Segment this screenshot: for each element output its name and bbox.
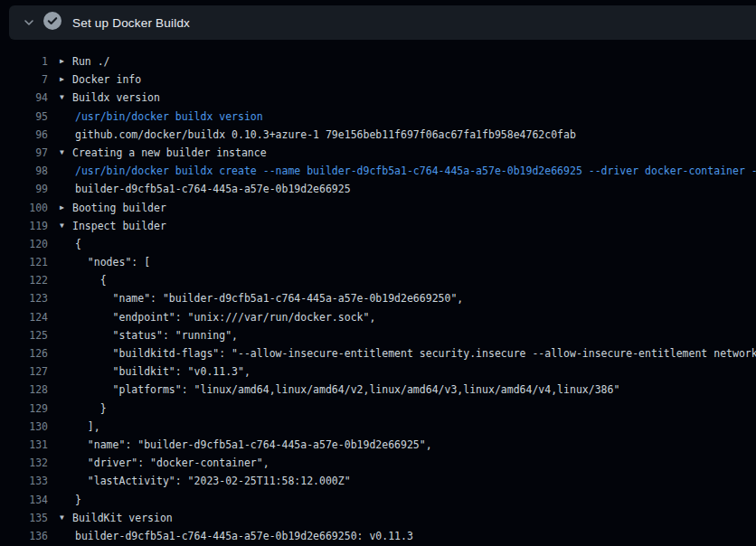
- log-group-toggle[interactable]: ▶Docker info: [60, 71, 141, 89]
- log-output-text: builder-d9cfb5a1-c764-445a-a57e-0b19d2e6…: [75, 527, 413, 545]
- log-output-text: }: [75, 491, 81, 509]
- log-command-text: /usr/bin/docker buildx create --name bui…: [75, 162, 756, 180]
- log-output-text: github.com/docker/buildx 0.10.3+azure-1 …: [75, 126, 576, 144]
- line-number[interactable]: 119: [0, 217, 48, 235]
- line-number[interactable]: 125: [0, 326, 48, 344]
- line-number[interactable]: 131: [0, 436, 48, 454]
- line-number[interactable]: 98: [0, 162, 48, 180]
- log-group-header-row: 119▼Inspect builder: [0, 217, 756, 235]
- log-output-text: builder-d9cfb5a1-c764-445a-a57e-0b19d2e6…: [75, 180, 351, 198]
- log-group-toggle[interactable]: ▶Run ./: [60, 52, 110, 71]
- log-line: 95/usr/bin/docker buildx version: [0, 108, 756, 126]
- line-number[interactable]: 7: [0, 71, 48, 89]
- line-number[interactable]: 134: [0, 491, 48, 509]
- log-group-title: Docker info: [72, 71, 141, 89]
- log-line: 126 "buildkitd-flags": "--allow-insecure…: [0, 344, 756, 362]
- log-output-text: "endpoint": "unix:///var/run/docker.sock…: [75, 308, 375, 326]
- log-area: 1▶Run ./7▶Docker info94▼Buildx version95…: [0, 40, 756, 545]
- log-line: 99builder-d9cfb5a1-c764-445a-a57e-0b19d2…: [0, 180, 756, 198]
- line-number[interactable]: 130: [0, 418, 48, 436]
- line-number[interactable]: 127: [0, 362, 48, 381]
- log-output-text: "name": "builder-d9cfb5a1-c764-445a-a57e…: [75, 289, 463, 307]
- line-number[interactable]: 135: [0, 509, 48, 527]
- log-line: 128 "platforms": "linux/amd64,linux/amd6…: [0, 381, 756, 399]
- log-command-text: /usr/bin/docker buildx version: [75, 108, 263, 126]
- step-header[interactable]: Set up Docker Buildx: [9, 5, 756, 40]
- check-circle-icon: [43, 12, 61, 33]
- chevron-down-icon[interactable]: [16, 10, 42, 35]
- line-number[interactable]: 97: [0, 144, 48, 162]
- log-output-text: }: [75, 400, 107, 418]
- triangle-down-icon: ▼: [60, 143, 69, 161]
- log-group-toggle[interactable]: ▼Buildx version: [60, 89, 160, 107]
- log-output-text: "nodes": [: [75, 253, 150, 271]
- line-number[interactable]: 120: [0, 235, 48, 253]
- log-output-text: "buildkit": "v0.11.3",: [75, 362, 250, 381]
- log-line: 96github.com/docker/buildx 0.10.3+azure-…: [0, 126, 756, 144]
- line-number[interactable]: 123: [0, 289, 48, 307]
- log-line: 98/usr/bin/docker buildx create --name b…: [0, 162, 756, 180]
- log-line: 133 "lastActivity": "2023-02-25T11:58:12…: [0, 472, 756, 490]
- log-group-header-row: 7▶Docker info: [0, 71, 756, 89]
- log-group-toggle[interactable]: ▶Booting builder: [60, 199, 166, 217]
- triangle-down-icon: ▼: [60, 216, 69, 234]
- log-output-text: "lastActivity": "2023-02-25T11:58:12.000…: [75, 472, 351, 490]
- log-line: 127 "buildkit": "v0.11.3",: [0, 362, 756, 381]
- line-number[interactable]: 96: [0, 126, 48, 144]
- line-number[interactable]: 100: [0, 199, 48, 217]
- log-line: 120{: [0, 235, 756, 253]
- line-number[interactable]: 129: [0, 400, 48, 418]
- line-number[interactable]: 99: [0, 180, 48, 198]
- log-group-title: Booting builder: [72, 199, 166, 217]
- line-number[interactable]: 95: [0, 108, 48, 126]
- log-group-header-row: 100▶Booting builder: [0, 199, 756, 217]
- log-group-toggle[interactable]: ▼BuildKit version: [60, 509, 173, 527]
- log-line: 134}: [0, 491, 756, 509]
- log-group-header-row: 1▶Run ./: [0, 52, 756, 71]
- log-line: 125 "status": "running",: [0, 326, 756, 344]
- log-group-header-row: 135▼BuildKit version: [0, 509, 756, 527]
- log-output-text: "platforms": "linux/amd64,linux/amd64/v2…: [75, 381, 619, 399]
- log-line: 122 {: [0, 271, 756, 289]
- log-group-title: Creating a new builder instance: [72, 144, 267, 162]
- line-number[interactable]: 124: [0, 308, 48, 326]
- line-number[interactable]: 136: [0, 527, 48, 545]
- line-number[interactable]: 133: [0, 472, 48, 490]
- log-output-text: ],: [75, 418, 100, 436]
- log-output-text: "name": "builder-d9cfb5a1-c764-445a-a57e…: [75, 436, 432, 454]
- log-output-text: {: [75, 235, 81, 253]
- step-title: Set up Docker Buildx: [72, 16, 190, 30]
- line-number[interactable]: 94: [0, 89, 48, 107]
- triangle-down-icon: ▼: [60, 508, 69, 526]
- line-number[interactable]: 126: [0, 344, 48, 362]
- log-line: 129 }: [0, 400, 756, 418]
- triangle-right-icon: ▶: [60, 52, 69, 71]
- log-line: 123 "name": "builder-d9cfb5a1-c764-445a-…: [0, 289, 756, 307]
- line-number[interactable]: 121: [0, 253, 48, 271]
- log-line: 121 "nodes": [: [0, 253, 756, 271]
- line-number[interactable]: 128: [0, 381, 48, 399]
- log-group-title: Buildx version: [72, 89, 160, 107]
- log-output-text: "buildkitd-flags": "--allow-insecure-ent…: [75, 344, 756, 362]
- log-output-text: {: [75, 271, 107, 289]
- log-line: 132 "driver": "docker-container",: [0, 454, 756, 472]
- log-line: 124 "endpoint": "unix:///var/run/docker.…: [0, 308, 756, 326]
- log-output-text: "status": "running",: [75, 326, 238, 344]
- line-number[interactable]: 1: [0, 52, 48, 71]
- log-group-toggle[interactable]: ▼Inspect builder: [60, 217, 166, 235]
- triangle-right-icon: ▶: [60, 198, 69, 216]
- log-group-header-row: 94▼Buildx version: [0, 89, 756, 107]
- log-group-title: Inspect builder: [72, 217, 166, 235]
- log-group-title: Run ./: [72, 52, 110, 71]
- line-number[interactable]: 132: [0, 454, 48, 472]
- log-group-title: BuildKit version: [72, 509, 173, 527]
- log-line: 131 "name": "builder-d9cfb5a1-c764-445a-…: [0, 436, 756, 454]
- triangle-right-icon: ▶: [60, 71, 69, 89]
- log-group-toggle[interactable]: ▼Creating a new builder instance: [60, 144, 267, 162]
- log-line: 130 ],: [0, 418, 756, 436]
- line-number[interactable]: 122: [0, 271, 48, 289]
- log-line: 136builder-d9cfb5a1-c764-445a-a57e-0b19d…: [0, 527, 756, 545]
- log-group-header-row: 97▼Creating a new builder instance: [0, 144, 756, 162]
- log-output-text: "driver": "docker-container",: [75, 454, 269, 472]
- triangle-down-icon: ▼: [60, 89, 69, 107]
